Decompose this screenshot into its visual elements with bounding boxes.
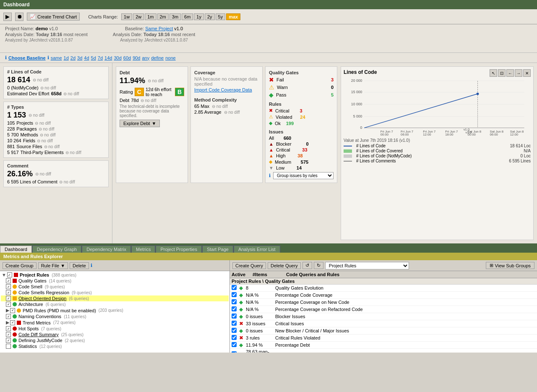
range-1y[interactable]: 1y	[194, 13, 204, 20]
baseline-same[interactable]: same	[51, 55, 62, 60]
baseline-any[interactable]: any	[142, 55, 149, 60]
tab-start-page[interactable]: Start Page	[202, 246, 233, 253]
baseline-4d[interactable]: 4d	[84, 55, 89, 60]
qr-check-7[interactable]	[232, 328, 239, 334]
range-max[interactable]: max	[226, 13, 240, 20]
tree-item-trend[interactable]: ▶ ✓ Trend Metrics (72 queries)	[1, 319, 229, 326]
tab-metrics[interactable]: Metrics	[131, 246, 155, 253]
qr-check-9[interactable]	[232, 342, 239, 348]
tree-expand-pmd[interactable]: ▶	[6, 308, 9, 313]
refresh-btn-1[interactable]: ↺	[302, 262, 312, 269]
delete-query-button[interactable]: Delete Query	[268, 262, 301, 269]
rule-file-button[interactable]: Rule File ▼	[38, 262, 68, 269]
delete-button[interactable]: Delete	[70, 262, 89, 269]
query-row-5[interactable]: ◆ 0 issues Blocker Issues	[230, 313, 537, 320]
refresh-btn-2[interactable]: ↻	[314, 262, 323, 269]
qr-check-4[interactable]	[232, 306, 239, 312]
import-coverage-link[interactable]: Import Code Coverage Data	[194, 87, 252, 92]
chart-forward-btn[interactable]: →	[515, 69, 522, 77]
tree-check-qg[interactable]: ✓	[6, 278, 11, 283]
tree-item-hotspots[interactable]: ✓ Hot Spots (7 queries)	[1, 326, 229, 332]
query-row-9[interactable]: ◆ 11.94 % Percentage Debt	[230, 342, 537, 349]
baseline-3d[interactable]: 3d	[77, 55, 82, 60]
tree-check-cs[interactable]: ✓	[6, 284, 11, 289]
tree-item-quality-gates[interactable]: ✓ Quality Gates (14 queries)	[1, 278, 229, 284]
create-query-button[interactable]: Create Query	[232, 262, 266, 269]
explore-debt-button[interactable]: Explore Debt ▼	[120, 120, 160, 127]
create-trend-button[interactable]: 📈 Create Trend Chart	[27, 13, 80, 21]
tree-item-justmycode[interactable]: ✓ Defining JustMyCode (2 queries)	[1, 337, 229, 343]
query-row-7[interactable]: ◆ 0 issues New Blocker / Critical / Majo…	[230, 327, 537, 335]
tree-item-pmd[interactable]: ▶ ✓ PMD Rules (PMD must be enabled) (203…	[1, 307, 229, 314]
tree-check-pmd[interactable]: ✓	[10, 308, 15, 313]
tab-analysis-error-list[interactable]: Analysis Error List	[234, 246, 280, 253]
query-row-4[interactable]: ◆ N/A % Percentage Coverage on Refactore…	[230, 306, 537, 313]
tree-check-trend[interactable]: ✓	[10, 320, 15, 325]
tree-expand-root[interactable]: ▼	[2, 272, 6, 277]
qr-check-10[interactable]	[232, 351, 239, 353]
range-2m[interactable]: 2m	[157, 13, 169, 20]
query-row-3[interactable]: ◆ N/A % Percentage Coverage on New Code	[230, 299, 537, 306]
view-subgroups-button[interactable]: ⊞ View Sub Groups	[486, 262, 534, 269]
range-6m[interactable]: 6m	[182, 13, 193, 20]
range-1w[interactable]: 1w	[121, 13, 132, 20]
baseline-define[interactable]: define	[151, 55, 164, 60]
tree-check-naming[interactable]: ✓	[6, 314, 11, 319]
project-rules-select[interactable]: Project Rules	[325, 262, 409, 269]
tree-check-justmycode[interactable]: ✓	[6, 338, 11, 343]
chart-close-btn[interactable]: ✕	[523, 69, 531, 77]
baseline-2d[interactable]: 2d	[70, 55, 76, 60]
range-2y[interactable]: 2y	[205, 13, 215, 20]
tree-check-ood[interactable]: ✓	[6, 296, 11, 301]
query-row-2[interactable]: ◆ N/A % Percentage Code Coverage	[230, 292, 537, 299]
tree-expand-trend[interactable]: ▶	[6, 320, 9, 325]
tab-dashboard[interactable]: Dashboard	[0, 246, 32, 253]
baseline-name[interactable]: Same Project	[145, 26, 173, 31]
record-button[interactable]: ⏺	[15, 13, 23, 21]
baseline-60d[interactable]: 60d	[123, 55, 131, 60]
tab-dependency-graph[interactable]: Dependency Graph	[32, 246, 81, 253]
tab-dependency-matrix[interactable]: Dependency Matrix	[82, 246, 131, 253]
tree-item-naming[interactable]: ✓ Naming Conventions (11 queries)	[1, 314, 229, 319]
group-issues-select[interactable]: Group issues by rules	[273, 172, 334, 179]
tree-check-root[interactable]: ✓	[7, 272, 12, 277]
range-1m[interactable]: 1m	[145, 13, 156, 20]
query-row-10[interactable]: ◆ 78.63 man-days Debt	[230, 349, 537, 353]
chart-back-btn[interactable]: ←	[506, 69, 514, 77]
qr-check-5[interactable]	[232, 314, 239, 319]
baseline-5d[interactable]: 5d	[91, 55, 96, 60]
qr-check-3[interactable]	[232, 299, 239, 305]
play-button[interactable]: ▶	[3, 13, 12, 21]
tree-check-hotspots[interactable]: ✓	[6, 326, 11, 331]
tree-item-statistics[interactable]: Statistics (12 queries)	[1, 343, 229, 349]
tab-project-properties[interactable]: Project Properties	[156, 246, 201, 253]
chart-cursor-btn[interactable]: ↖	[490, 69, 497, 77]
query-row-1[interactable]: ◆ 8 Quality Gates Evolution	[230, 285, 537, 292]
baseline-none[interactable]: none	[165, 55, 175, 60]
tree-item-project-rules[interactable]: ▼ ✓ Project Rules (388 queries)	[1, 272, 229, 278]
tree-item-code-smells-regression[interactable]: ✓ Code Smells Regression (9 queries)	[1, 290, 229, 295]
tree-item-codediff[interactable]: ✓ Code Diff Summary (25 queries)	[1, 332, 229, 337]
tree-check-statistics[interactable]	[6, 344, 11, 349]
baseline-14d[interactable]: 14d	[104, 55, 112, 60]
query-table[interactable]: Active #Items Code Queries and Rules Pro…	[230, 271, 537, 353]
tree-check-arch[interactable]: ✓	[6, 302, 11, 307]
choose-baseline-btn[interactable]: Choose Baseline	[8, 55, 46, 60]
baseline-30d[interactable]: 30d	[114, 55, 121, 60]
range-3m[interactable]: 3m	[169, 13, 181, 20]
qr-check-6[interactable]	[232, 321, 239, 327]
tree-item-architecture[interactable]: ✓ Architecture (6 queries)	[1, 301, 229, 307]
qr-check-1[interactable]	[232, 285, 239, 291]
query-row-8[interactable]: ✖ 3 rules Critical Rules Violated	[230, 335, 537, 342]
range-2w[interactable]: 2w	[133, 13, 144, 20]
tree-content[interactable]: ▼ ✓ Project Rules (388 queries) ✓ Qualit…	[0, 271, 229, 353]
qr-check-2[interactable]	[232, 292, 239, 298]
chart-export-btn[interactable]: ⊡	[498, 69, 506, 77]
tree-item-ood[interactable]: ✓ Object Oriented Design (6 queries)	[1, 295, 229, 301]
range-5y[interactable]: 5y	[216, 13, 226, 20]
tree-item-code-smell[interactable]: ✓ Code Smell (9 queries)	[1, 284, 229, 290]
qr-check-8[interactable]	[232, 335, 239, 341]
baseline-7d[interactable]: 7d	[98, 55, 103, 60]
tree-check-codediff[interactable]: ✓	[6, 332, 11, 337]
baseline-1d[interactable]: 1d	[64, 55, 69, 60]
